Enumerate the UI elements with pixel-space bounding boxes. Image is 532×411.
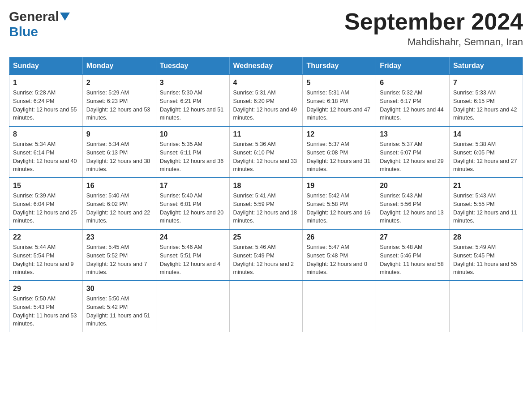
day-info: Sunrise: 5:37 AM Sunset: 6:08 PM Dayligh…	[306, 140, 372, 174]
day-info: Sunrise: 5:33 AM Sunset: 6:15 PM Dayligh…	[453, 89, 519, 122]
week-row-1: 1Sunrise: 5:28 AM Sunset: 6:24 PM Daylig…	[9, 75, 523, 126]
day-info: Sunrise: 5:30 AM Sunset: 6:21 PM Dayligh…	[160, 89, 226, 122]
header-thursday: Thursday	[303, 57, 376, 75]
day-number: 14	[453, 130, 519, 138]
day-number: 19	[306, 182, 372, 190]
table-row: 24Sunrise: 5:46 AM Sunset: 5:51 PM Dayli…	[156, 229, 229, 281]
day-number: 8	[13, 130, 79, 138]
logo-blue-text: Blue	[9, 24, 38, 39]
day-number: 5	[306, 79, 372, 87]
header-monday: Monday	[82, 57, 156, 75]
day-info: Sunrise: 5:48 AM Sunset: 5:46 PM Dayligh…	[380, 243, 446, 277]
table-row: 13Sunrise: 5:37 AM Sunset: 6:07 PM Dayli…	[376, 126, 450, 178]
day-info: Sunrise: 5:44 AM Sunset: 5:54 PM Dayligh…	[13, 243, 79, 277]
day-info: Sunrise: 5:43 AM Sunset: 5:55 PM Dayligh…	[453, 192, 519, 225]
day-number: 21	[453, 182, 519, 190]
day-info: Sunrise: 5:41 AM Sunset: 5:59 PM Dayligh…	[233, 192, 299, 225]
logo: General Blue	[9, 9, 70, 39]
weekday-header-row: SundayMondayTuesdayWednesdayThursdayFrid…	[9, 57, 523, 75]
table-row	[156, 281, 229, 332]
day-info: Sunrise: 5:34 AM Sunset: 6:14 PM Dayligh…	[13, 140, 79, 174]
header-wednesday: Wednesday	[229, 57, 303, 75]
day-number: 20	[380, 182, 446, 190]
day-info: Sunrise: 5:39 AM Sunset: 6:04 PM Dayligh…	[13, 192, 79, 225]
day-info: Sunrise: 5:36 AM Sunset: 6:10 PM Dayligh…	[233, 140, 299, 174]
table-row: 9Sunrise: 5:34 AM Sunset: 6:13 PM Daylig…	[82, 126, 156, 178]
table-row: 22Sunrise: 5:44 AM Sunset: 5:54 PM Dayli…	[9, 229, 83, 281]
day-number: 15	[13, 182, 79, 190]
table-row: 1Sunrise: 5:28 AM Sunset: 6:24 PM Daylig…	[9, 75, 83, 126]
day-info: Sunrise: 5:37 AM Sunset: 6:07 PM Dayligh…	[380, 140, 446, 174]
table-row: 5Sunrise: 5:31 AM Sunset: 6:18 PM Daylig…	[303, 75, 376, 126]
day-info: Sunrise: 5:45 AM Sunset: 5:52 PM Dayligh…	[86, 243, 152, 277]
table-row: 8Sunrise: 5:34 AM Sunset: 6:14 PM Daylig…	[9, 126, 83, 178]
table-row	[229, 281, 303, 332]
table-row: 30Sunrise: 5:50 AM Sunset: 5:42 PM Dayli…	[82, 281, 156, 332]
table-row: 18Sunrise: 5:41 AM Sunset: 5:59 PM Dayli…	[229, 178, 303, 229]
table-row: 27Sunrise: 5:48 AM Sunset: 5:46 PM Dayli…	[376, 229, 450, 281]
week-row-5: 29Sunrise: 5:50 AM Sunset: 5:43 PM Dayli…	[9, 281, 523, 332]
day-number: 30	[86, 285, 152, 293]
table-row: 6Sunrise: 5:32 AM Sunset: 6:17 PM Daylig…	[376, 75, 450, 126]
day-number: 12	[306, 130, 372, 138]
table-row: 11Sunrise: 5:36 AM Sunset: 6:10 PM Dayli…	[229, 126, 303, 178]
table-row: 7Sunrise: 5:33 AM Sunset: 6:15 PM Daylig…	[450, 75, 523, 126]
day-info: Sunrise: 5:29 AM Sunset: 6:23 PM Dayligh…	[86, 89, 152, 122]
calendar-title: September 2024	[344, 9, 523, 34]
logo-general-text: General	[9, 9, 59, 24]
day-number: 17	[160, 182, 226, 190]
table-row: 28Sunrise: 5:49 AM Sunset: 5:45 PM Dayli…	[450, 229, 523, 281]
table-row: 15Sunrise: 5:39 AM Sunset: 6:04 PM Dayli…	[9, 178, 83, 229]
day-number: 27	[380, 233, 446, 241]
week-row-2: 8Sunrise: 5:34 AM Sunset: 6:14 PM Daylig…	[9, 126, 523, 178]
day-number: 9	[86, 130, 152, 138]
day-number: 23	[86, 233, 152, 241]
day-info: Sunrise: 5:49 AM Sunset: 5:45 PM Dayligh…	[453, 243, 519, 277]
day-info: Sunrise: 5:35 AM Sunset: 6:11 PM Dayligh…	[160, 140, 226, 174]
table-row: 26Sunrise: 5:47 AM Sunset: 5:48 PM Dayli…	[303, 229, 376, 281]
day-number: 3	[160, 79, 226, 87]
table-row: 2Sunrise: 5:29 AM Sunset: 6:23 PM Daylig…	[82, 75, 156, 126]
table-row: 19Sunrise: 5:42 AM Sunset: 5:58 PM Dayli…	[303, 178, 376, 229]
table-row: 25Sunrise: 5:46 AM Sunset: 5:49 PM Dayli…	[229, 229, 303, 281]
day-info: Sunrise: 5:43 AM Sunset: 5:56 PM Dayligh…	[380, 192, 446, 225]
header-friday: Friday	[376, 57, 450, 75]
table-row: 4Sunrise: 5:31 AM Sunset: 6:20 PM Daylig…	[229, 75, 303, 126]
day-info: Sunrise: 5:28 AM Sunset: 6:24 PM Dayligh…	[13, 89, 79, 122]
table-row: 16Sunrise: 5:40 AM Sunset: 6:02 PM Dayli…	[82, 178, 156, 229]
day-number: 11	[233, 130, 299, 138]
table-row	[376, 281, 450, 332]
day-info: Sunrise: 5:34 AM Sunset: 6:13 PM Dayligh…	[86, 140, 152, 174]
day-info: Sunrise: 5:31 AM Sunset: 6:18 PM Dayligh…	[306, 89, 372, 122]
table-row	[450, 281, 523, 332]
day-number: 25	[233, 233, 299, 241]
table-row: 14Sunrise: 5:38 AM Sunset: 6:05 PM Dayli…	[450, 126, 523, 178]
table-row: 17Sunrise: 5:40 AM Sunset: 6:01 PM Dayli…	[156, 178, 229, 229]
header-tuesday: Tuesday	[156, 57, 229, 75]
day-number: 2	[86, 79, 152, 87]
calendar-header: September 2024 Mahdishahr, Semnan, Iran	[344, 9, 523, 48]
header-sunday: Sunday	[9, 57, 83, 75]
day-info: Sunrise: 5:32 AM Sunset: 6:17 PM Dayligh…	[380, 89, 446, 122]
table-row: 12Sunrise: 5:37 AM Sunset: 6:08 PM Dayli…	[303, 126, 376, 178]
day-number: 6	[380, 79, 446, 87]
table-row: 23Sunrise: 5:45 AM Sunset: 5:52 PM Dayli…	[82, 229, 156, 281]
day-number: 26	[306, 233, 372, 241]
day-info: Sunrise: 5:47 AM Sunset: 5:48 PM Dayligh…	[306, 243, 372, 277]
logo-triangle-icon	[60, 13, 70, 22]
day-info: Sunrise: 5:46 AM Sunset: 5:49 PM Dayligh…	[233, 243, 299, 277]
calendar-subtitle: Mahdishahr, Semnan, Iran	[344, 36, 523, 48]
day-number: 13	[380, 130, 446, 138]
day-number: 28	[453, 233, 519, 241]
day-number: 4	[233, 79, 299, 87]
day-number: 18	[233, 182, 299, 190]
day-info: Sunrise: 5:50 AM Sunset: 5:42 PM Dayligh…	[86, 295, 152, 328]
day-number: 22	[13, 233, 79, 241]
week-row-3: 15Sunrise: 5:39 AM Sunset: 6:04 PM Dayli…	[9, 178, 523, 229]
day-info: Sunrise: 5:40 AM Sunset: 6:01 PM Dayligh…	[160, 192, 226, 225]
table-row	[303, 281, 376, 332]
day-number: 29	[13, 285, 79, 293]
day-info: Sunrise: 5:31 AM Sunset: 6:20 PM Dayligh…	[233, 89, 299, 122]
table-row: 20Sunrise: 5:43 AM Sunset: 5:56 PM Dayli…	[376, 178, 450, 229]
table-row: 10Sunrise: 5:35 AM Sunset: 6:11 PM Dayli…	[156, 126, 229, 178]
